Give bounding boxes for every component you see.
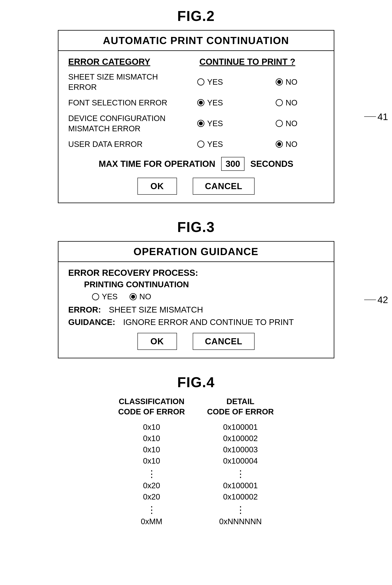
- fig4-r1-col1: 0x10: [107, 423, 196, 432]
- fig3-button-row: OK CANCEL: [68, 333, 324, 350]
- fig2-row3-label: DEVICE CONFIGURATIONMISMATCH ERROR: [68, 113, 171, 134]
- fig3-dialog-container: OPERATION GUIDANCE ERROR RECOVERY PROCES…: [16, 241, 376, 358]
- fig2-row2-yes-radio[interactable]: [197, 99, 204, 106]
- fig2-row3-yes-radio[interactable]: [197, 120, 204, 127]
- table-row: 0x10 0x100001: [107, 423, 285, 432]
- fig2-row4-radio-group: YES NO: [171, 140, 324, 149]
- fig2-row2-yes-label: YES: [207, 98, 223, 107]
- fig3-yes-option[interactable]: YES: [92, 292, 118, 301]
- fig4-section: FIG.4 CLASSIFICATIONCODE OF ERROR DETAIL…: [16, 374, 376, 526]
- fig2-row3-yes-option[interactable]: YES: [197, 119, 223, 128]
- fig2-dialog-header: AUTOMATIC PRINT CONTINUATION: [58, 30, 334, 51]
- fig2-row2-label: FONT SELECTION ERROR: [68, 97, 171, 108]
- table-row: 0xMM 0xNNNNNN: [107, 517, 285, 526]
- table-row: 0x20 0x100001: [107, 481, 285, 490]
- fig4-r1-col2: 0x100001: [196, 423, 285, 432]
- fig3-no-radio[interactable]: [130, 293, 137, 300]
- fig3-dialog-body: ERROR RECOVERY PROCESS: PRINTING CONTINU…: [58, 262, 334, 358]
- fig2-row1-radio-group: YES NO: [171, 78, 324, 86]
- table-row: 0x10 0x100004: [107, 457, 285, 465]
- fig4-r5-col2: 0x100001: [196, 481, 285, 490]
- fig4-dots1-col1: ⋮: [107, 469, 196, 479]
- fig2-row1-no-option[interactable]: NO: [276, 78, 298, 86]
- fig4-dots2-col2: ⋮: [196, 505, 285, 515]
- fig4-r6-col2: 0x100002: [196, 492, 285, 501]
- fig2-row-4: USER DATA ERROR YES NO: [68, 137, 324, 151]
- fig2-row2-radio-group: YES NO: [171, 98, 324, 107]
- fig3-yes-radio[interactable]: [92, 293, 99, 300]
- fig4-r3-col1: 0x10: [107, 445, 196, 454]
- fig2-row1-label: SHEET SIZE MISMATCH ERROR: [68, 72, 171, 92]
- fig4-header-row: CLASSIFICATIONCODE OF ERROR DETAILCODE O…: [107, 396, 285, 417]
- fig3-cancel-button[interactable]: CANCEL: [193, 333, 254, 350]
- fig2-col-continue-label: CONTINUE TO PRINT ?: [171, 57, 324, 67]
- fig3-printing-continuation: PRINTING CONTINUATION: [68, 280, 324, 289]
- fig4-dots-row-2: ⋮ ⋮: [107, 504, 285, 516]
- fig3-ok-button[interactable]: OK: [138, 333, 177, 350]
- fig2-row1-no-radio[interactable]: [276, 78, 283, 85]
- fig2-row2-yes-option[interactable]: YES: [197, 98, 223, 107]
- fig2-row3-yes-label: YES: [207, 119, 223, 128]
- table-row: 0x10 0x100002: [107, 434, 285, 443]
- fig4-r4-col1: 0x10: [107, 457, 196, 465]
- fig4-r2-col2: 0x100002: [196, 434, 285, 443]
- fig3-section: FIG.3 OPERATION GUIDANCE ERROR RECOVERY …: [16, 219, 376, 358]
- fig3-error-recovery-title: ERROR RECOVERY PROCESS:: [68, 268, 324, 278]
- fig3-error-label: ERROR:: [68, 305, 101, 315]
- fig3-ref-number: 42: [378, 294, 388, 305]
- fig3-no-option[interactable]: NO: [130, 292, 151, 301]
- fig2-row3-no-label: NO: [286, 119, 298, 128]
- fig2-max-time-label: MAX TIME FOR OPERATION: [99, 159, 216, 169]
- fig2-row4-yes-option[interactable]: YES: [197, 140, 223, 149]
- fig4-title: FIG.4: [16, 374, 376, 390]
- fig2-seconds-input[interactable]: 300: [221, 157, 244, 171]
- fig2-row4-yes-label: YES: [207, 140, 223, 149]
- fig3-ref-line: [364, 300, 376, 300]
- fig3-radio-row: YES NO: [68, 292, 324, 301]
- fig4-table: CLASSIFICATIONCODE OF ERROR DETAILCODE O…: [107, 396, 285, 526]
- fig2-row2-no-radio[interactable]: [276, 99, 283, 106]
- fig2-row3-no-radio[interactable]: [276, 120, 283, 127]
- fig4-col2-header: DETAILCODE OF ERROR: [196, 396, 285, 417]
- fig2-ref-number: 41: [378, 111, 388, 122]
- fig2-seconds-label: SECONDS: [250, 159, 294, 169]
- fig4-r4-col2: 0x100004: [196, 457, 285, 465]
- fig4-r2-col1: 0x10: [107, 434, 196, 443]
- fig4-r6-col1: 0x20: [107, 492, 196, 501]
- fig2-row1-yes-radio[interactable]: [197, 78, 204, 85]
- fig3-guidance-label: GUIDANCE:: [68, 317, 115, 327]
- fig2-title: FIG.2: [16, 8, 376, 24]
- fig2-row-1: SHEET SIZE MISMATCH ERROR YES NO: [68, 72, 324, 92]
- fig2-button-row: OK CANCEL: [68, 178, 324, 195]
- fig2-row-2: FONT SELECTION ERROR YES NO: [68, 96, 324, 109]
- fig2-cancel-button[interactable]: CANCEL: [193, 178, 254, 195]
- fig2-row1-yes-label: YES: [207, 78, 223, 86]
- fig2-row4-no-option[interactable]: NO: [276, 140, 298, 149]
- fig2-row3-no-option[interactable]: NO: [276, 119, 298, 128]
- fig2-table-header: ERROR CATEGORY CONTINUE TO PRINT ?: [68, 57, 324, 69]
- fig2-row-3: DEVICE CONFIGURATIONMISMATCH ERROR YES N…: [68, 113, 324, 134]
- fig3-printing-label: PRINTING CONTINUATION: [84, 280, 324, 289]
- fig2-row4-yes-radio[interactable]: [197, 141, 204, 148]
- fig2-row2-no-option[interactable]: NO: [276, 98, 298, 107]
- fig2-max-time-row: MAX TIME FOR OPERATION 300 SECONDS: [68, 157, 324, 171]
- fig2-ok-button[interactable]: OK: [138, 178, 177, 195]
- fig2-row1-yes-option[interactable]: YES: [197, 78, 223, 86]
- fig2-dialog-container: AUTOMATIC PRINT CONTINUATION ERROR CATEG…: [16, 30, 376, 203]
- table-row: 0x10 0x100003: [107, 445, 285, 454]
- fig4-dots-row-1: ⋮ ⋮: [107, 468, 285, 480]
- fig2-section: FIG.2 AUTOMATIC PRINT CONTINUATION ERROR…: [16, 8, 376, 203]
- fig2-dialog: AUTOMATIC PRINT CONTINUATION ERROR CATEG…: [58, 30, 334, 203]
- fig3-guidance-value: IGNORE ERROR AND CONTINUE TO PRINT: [123, 317, 294, 327]
- fig4-final-col1: 0xMM: [107, 517, 196, 526]
- fig3-dialog-header: OPERATION GUIDANCE: [58, 242, 334, 262]
- fig3-ref: 42: [364, 294, 388, 305]
- fig2-col-error-label: ERROR CATEGORY: [68, 57, 171, 67]
- fig3-no-label: NO: [140, 292, 151, 301]
- fig2-row4-no-radio[interactable]: [276, 141, 283, 148]
- fig2-row2-no-label: NO: [286, 98, 298, 107]
- fig4-dots1-col2: ⋮: [196, 469, 285, 479]
- fig4-final-col2: 0xNNNNNN: [196, 517, 285, 526]
- fig4-dots2-col1: ⋮: [107, 505, 196, 515]
- table-row: 0x20 0x100002: [107, 492, 285, 501]
